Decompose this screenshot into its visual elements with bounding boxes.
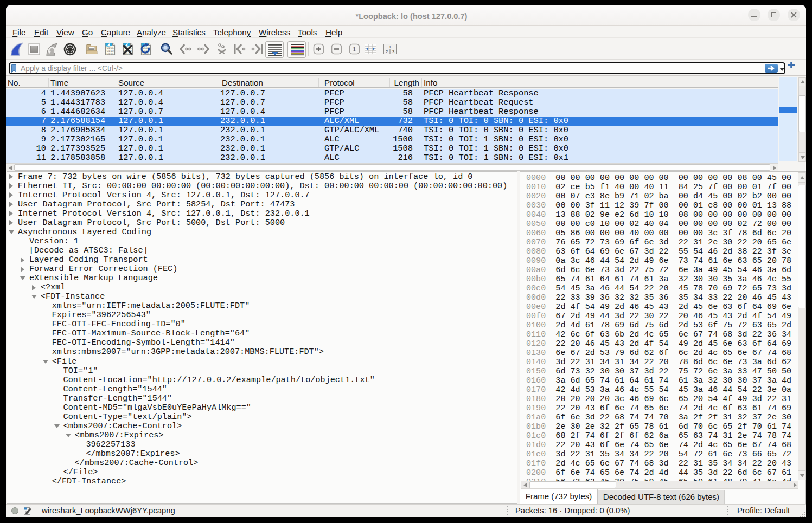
svg-text:0111: 0111 (107, 52, 114, 56)
svg-text:1: 1 (389, 44, 391, 49)
svg-text:1: 1 (353, 46, 356, 53)
svg-text:2: 2 (386, 49, 388, 54)
svg-text:3: 3 (392, 49, 394, 54)
